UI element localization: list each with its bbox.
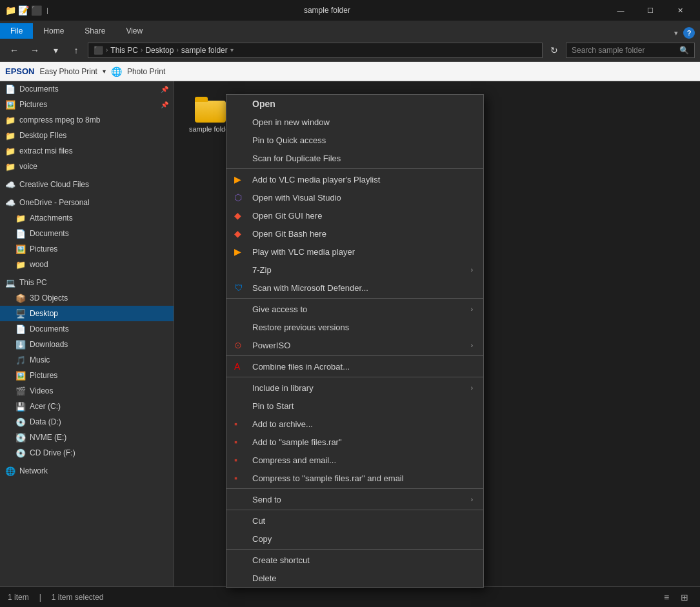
sidebar-item-desktop[interactable]: 🖥️ Desktop — [0, 306, 174, 321]
ctx-add-vlc-label: Add to VLC media player's Playlist — [252, 175, 380, 184]
epson-dropdown-icon[interactable]: ▾ — [103, 68, 106, 75]
ctx-delete[interactable]: Delete — [226, 569, 483, 587]
forward-button[interactable]: → — [26, 41, 44, 59]
tab-view[interactable]: View — [115, 23, 153, 39]
ctx-play-vlc[interactable]: ▶ Play with VLC media player — [226, 243, 483, 261]
ctx-pin-start[interactable]: Pin to Start — [226, 397, 483, 415]
ctx-compress-email[interactable]: ▪ Compress and email... — [226, 451, 483, 469]
ctx-delete-label: Delete — [252, 573, 277, 583]
tab-home[interactable]: Home — [33, 23, 74, 39]
ctx-open-new-window[interactable]: Open in new window — [226, 113, 483, 131]
ctx-copy[interactable]: Copy — [226, 530, 483, 548]
path-sample-folder[interactable]: sample folder — [181, 46, 228, 55]
ctx-pin-quick-label: Pin to Quick access — [252, 135, 326, 145]
ctx-poweriso[interactable]: ⊙ PowerISO › — [226, 336, 483, 354]
ctx-send-to-arrow: › — [471, 496, 473, 503]
sidebar-item-pictures-pinned[interactable]: 🖼️ Pictures 📌 — [0, 97, 174, 112]
3d-icon: 📦 — [15, 294, 26, 303]
minimize-button[interactable]: — — [606, 0, 635, 21]
sidebar-item-od-pictures[interactable]: 🖼️ Pictures — [0, 241, 174, 257]
sidebar-item-documents-pinned[interactable]: 📄 Documents 📌 — [0, 81, 174, 97]
ctx-add-archive[interactable]: ▪ Add to archive... — [226, 415, 483, 433]
desktop-icon: 🖥️ — [15, 309, 26, 319]
help-icon[interactable]: ? — [683, 27, 695, 39]
sidebar-item-extract-msi[interactable]: 📁 extract msi files — [0, 143, 174, 159]
sidebar-item-cd-drive-f[interactable]: 💿 CD Drive (F:) — [0, 445, 174, 461]
tab-share[interactable]: Share — [74, 23, 115, 39]
sidebar-item-nvme-e[interactable]: 💽 NVME (E:) — [0, 430, 174, 445]
sidebar-item-wood[interactable]: 📁 wood — [0, 257, 174, 272]
dropdown-button[interactable]: ▾ — [46, 41, 65, 59]
sidebar-item-creative-cloud[interactable]: ☁️ Creative Cloud Files — [0, 177, 174, 192]
ctx-include-library[interactable]: Include in library › — [226, 379, 483, 397]
sidebar-item-label: Attachments — [30, 214, 73, 223]
path-this-pc[interactable]: This PC — [110, 46, 138, 55]
sidebar-item-pictures2[interactable]: 🖼️ Pictures — [0, 368, 174, 383]
search-box[interactable]: Search sample folder 🔍 — [566, 43, 695, 58]
ctx-sep-7 — [226, 549, 483, 550]
videos-icon: 🎬 — [15, 386, 26, 396]
ribbon-tabs: File Home Share View ▾ ? — [0, 21, 700, 39]
ctx-open-git-gui[interactable]: ◆ Open Git GUI here — [226, 206, 483, 224]
ctx-scan-defender[interactable]: 🛡 Scan with Microsoft Defender... — [226, 279, 483, 297]
sidebar-item-desktop-files[interactable]: 📁 Desktop FIles — [0, 128, 174, 143]
sidebar-item-downloads[interactable]: ⬇️ Downloads — [0, 337, 174, 352]
epson-photo-print[interactable]: Photo Print — [127, 67, 165, 76]
sidebar-item-voice[interactable]: 📁 voice — [0, 159, 174, 174]
ctx-open-git-bash[interactable]: ◆ Open Git Bash here — [226, 224, 483, 243]
back-button[interactable]: ← — [5, 41, 23, 59]
ctx-restore-versions[interactable]: Restore previous versions — [226, 318, 483, 336]
sidebar-item-music[interactable]: 🎵 Music — [0, 352, 174, 368]
sidebar-item-label: compress mpeg to 8mb — [19, 115, 100, 124]
ctx-7zip-arrow: › — [471, 266, 473, 274]
ctx-include-library-label: Include in library — [252, 383, 314, 393]
view-list-button[interactable]: ≡ — [659, 590, 674, 605]
sidebar-item-this-pc[interactable]: 💻 This PC — [0, 275, 174, 290]
ctx-sep-6 — [226, 510, 483, 510]
path-desktop[interactable]: Desktop — [145, 46, 174, 55]
winrar4-icon: ▪ — [234, 473, 237, 483]
ctx-give-access[interactable]: Give access to › — [226, 300, 483, 318]
sidebar-item-label: Music — [30, 355, 50, 364]
sidebar-item-label: Network — [19, 466, 48, 475]
ctx-cut[interactable]: Cut — [226, 512, 483, 530]
cd-icon: 💿 — [15, 448, 26, 458]
folder-icon: 📁 — [5, 146, 15, 156]
ctx-open[interactable]: Open — [226, 95, 483, 113]
downloads-icon: ⬇️ — [15, 340, 26, 350]
sidebar-item-pc-documents[interactable]: 📄 Documents — [0, 321, 174, 337]
ctx-create-shortcut[interactable]: Create shortcut — [226, 551, 483, 569]
vs-icon: ⬡ — [234, 192, 242, 203]
ctx-add-sample-rar[interactable]: ▪ Add to "sample files.rar" — [226, 433, 483, 451]
app-icon-edit: 📝 — [18, 5, 28, 15]
close-button[interactable]: ✕ — [665, 0, 695, 21]
ctx-compress-sample-email-label: Compress to "sample files.rar" and email — [252, 473, 404, 483]
ctx-open-vs[interactable]: ⬡ Open with Visual Studio — [226, 188, 483, 206]
ctx-compress-email-label: Compress and email... — [252, 455, 336, 465]
refresh-button[interactable]: ↻ — [545, 41, 563, 59]
sidebar-item-attachments[interactable]: 📁 Attachments — [0, 210, 174, 226]
address-path[interactable]: ⬛ › This PC › Desktop › sample folder ▾ — [88, 43, 543, 58]
ribbon-expand-icon[interactable]: ▾ — [674, 29, 678, 37]
ctx-7zip[interactable]: 7-Zip › — [226, 261, 483, 279]
ctx-combine-acrobat[interactable]: A Combine files in Acrobat... — [226, 357, 483, 375]
sidebar-item-3d-objects[interactable]: 📦 3D Objects — [0, 290, 174, 306]
sidebar-item-videos[interactable]: 🎬 Videos — [0, 383, 174, 399]
ctx-add-vlc[interactable]: ▶ Add to VLC media player's Playlist — [226, 170, 483, 188]
sidebar-item-data-d[interactable]: 💿 Data (D:) — [0, 414, 174, 430]
ctx-compress-sample-email[interactable]: ▪ Compress to "sample files.rar" and ema… — [226, 469, 483, 487]
sidebar-item-od-documents[interactable]: 📄 Documents — [0, 226, 174, 241]
sidebar-item-onedrive[interactable]: ☁️ OneDrive - Personal — [0, 195, 174, 210]
ctx-pin-quick[interactable]: Pin to Quick access — [226, 131, 483, 149]
ctx-open-label: Open — [252, 99, 275, 109]
tab-file[interactable]: File — [0, 23, 33, 39]
sidebar-item-compress-mpeg[interactable]: 📁 compress mpeg to 8mb — [0, 112, 174, 128]
sidebar-item-label: This PC — [19, 278, 47, 287]
maximize-button[interactable]: ☐ — [635, 0, 665, 21]
up-button[interactable]: ↑ — [67, 41, 85, 59]
sidebar-item-acer-c[interactable]: 💾 Acer (C:) — [0, 399, 174, 414]
ctx-send-to[interactable]: Send to › — [226, 490, 483, 508]
view-grid-button[interactable]: ⊞ — [677, 590, 692, 605]
ctx-scan-duplicate[interactable]: Scan for Duplicate Files — [226, 149, 483, 167]
sidebar-item-network[interactable]: 🌐 Network — [0, 463, 174, 479]
